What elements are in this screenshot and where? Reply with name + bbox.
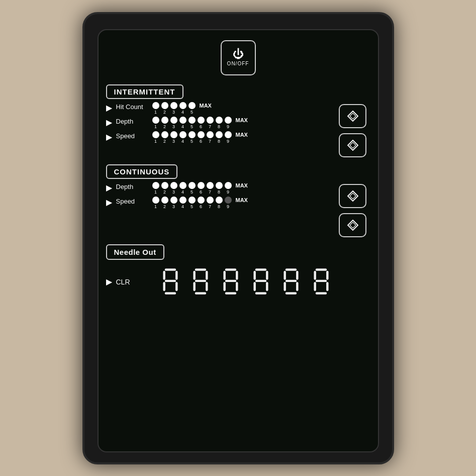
dot: [188, 197, 196, 204]
seg-svg: [309, 267, 333, 296]
seg-digit-1: [157, 267, 183, 296]
svg-rect-24: [236, 270, 238, 279]
dot: [179, 131, 186, 138]
num: 1: [152, 124, 159, 129]
intermittent-btns: [335, 102, 370, 157]
num: 7: [207, 139, 214, 144]
num: 9: [225, 124, 232, 129]
continuous-speed-dots-row: MAX: [152, 197, 335, 204]
intermittent-label: INTERMITTENT: [106, 84, 183, 99]
continuous-depth-max: MAX: [236, 182, 248, 188]
num: 2: [161, 204, 168, 209]
svg-rect-48: [326, 282, 328, 291]
power-button[interactable]: ⏻ ON/OFF: [221, 40, 256, 75]
num: 1: [152, 110, 159, 115]
dot: [188, 117, 196, 124]
num: 8: [216, 189, 223, 195]
dot: [152, 117, 159, 124]
svg-rect-10: [175, 270, 177, 279]
up-diamond-icon: [346, 189, 360, 203]
svg-rect-25: [225, 279, 236, 281]
svg-rect-23: [223, 270, 225, 279]
main-content: INTERMITTENT ▶ Hit Count: [106, 84, 370, 296]
dot: [161, 117, 168, 124]
intermittent-rows-and-btns: ▶ Hit Count MAX: [106, 102, 370, 157]
dot: [216, 197, 223, 204]
continuous-up-button[interactable]: [339, 184, 366, 208]
num: 1: [152, 139, 159, 144]
dot: [216, 182, 223, 189]
intermittent-depth-max: MAX: [236, 117, 248, 123]
seg-digit-2: [187, 267, 214, 296]
hit-count-nums: 1 2 3 4 5: [152, 110, 335, 115]
continuous-section: CONTINUOUS ▶ Depth: [106, 164, 370, 237]
intermittent-depth-dots-area: MAX 1 2 3 4 5 6 7 8: [152, 117, 335, 129]
dot: [225, 117, 232, 124]
num: 4: [179, 204, 186, 209]
svg-rect-35: [255, 292, 266, 294]
up-diamond-icon: [346, 109, 360, 123]
intermittent-rows: ▶ Hit Count MAX: [106, 102, 335, 157]
svg-marker-4: [348, 191, 358, 201]
continuous-down-button[interactable]: [339, 213, 366, 237]
dot: [152, 131, 159, 138]
svg-rect-45: [326, 270, 328, 279]
continuous-depth-label: Depth: [116, 183, 152, 191]
svg-marker-1: [350, 113, 356, 119]
dot: [179, 197, 186, 204]
intermittent-up-button[interactable]: [339, 104, 366, 128]
svg-rect-42: [285, 292, 296, 294]
intermittent-down-button[interactable]: [339, 133, 366, 157]
intermittent-speed-arrow[interactable]: ▶: [106, 132, 112, 142]
svg-marker-7: [350, 222, 356, 228]
svg-rect-34: [266, 282, 268, 291]
dot: [225, 197, 232, 204]
svg-rect-22: [225, 268, 236, 270]
svg-rect-44: [314, 270, 316, 279]
dot: [198, 182, 205, 189]
dot: [225, 131, 232, 138]
svg-rect-18: [195, 279, 206, 281]
dot: [188, 131, 196, 138]
dot: [198, 197, 205, 204]
svg-rect-12: [163, 282, 165, 291]
num: 7: [207, 204, 214, 209]
svg-rect-19: [193, 282, 195, 291]
seg-digit-3: [218, 267, 244, 296]
intermittent-speed-max: MAX: [236, 132, 248, 138]
hit-count-arrow[interactable]: ▶: [106, 103, 112, 113]
num: 5: [188, 204, 196, 209]
power-icon: ⏻: [233, 49, 244, 60]
dot: [161, 102, 168, 109]
seven-segment-display: [157, 267, 334, 296]
intermittent-section: INTERMITTENT ▶ Hit Count: [106, 84, 370, 157]
clr-arrow[interactable]: ▶: [106, 277, 112, 287]
intermittent-speed-dots-row: MAX: [152, 131, 335, 138]
svg-rect-49: [315, 292, 326, 294]
needle-out-button[interactable]: Needle Out: [106, 244, 164, 260]
continuous-speed-dots-area: MAX 1 2 3 4 5 6 7 8: [152, 197, 335, 209]
clr-label: CLR: [116, 278, 152, 286]
svg-rect-29: [255, 268, 266, 270]
continuous-depth-dots-row: MAX: [152, 182, 335, 189]
num: 8: [216, 139, 223, 144]
dot: [207, 117, 214, 124]
intermittent-speed-label: Speed: [116, 132, 152, 140]
svg-rect-33: [253, 282, 255, 291]
intermittent-depth-nums: 1 2 3 4 5 6 7 8 9: [152, 124, 335, 129]
svg-rect-20: [206, 282, 208, 291]
seg-svg: [158, 267, 182, 296]
num: 5: [188, 110, 196, 115]
num: 5: [188, 139, 196, 144]
dot: [207, 131, 214, 138]
continuous-depth-arrow[interactable]: ▶: [106, 183, 112, 193]
intermittent-depth-arrow[interactable]: ▶: [106, 118, 112, 127]
intermittent-depth-row: ▶ Depth: [106, 117, 335, 129]
num: 4: [179, 124, 186, 129]
continuous-depth-nums: 1 2 3 4 5 6 7 8 9: [152, 189, 335, 195]
continuous-speed-arrow[interactable]: ▶: [106, 198, 112, 207]
svg-rect-39: [285, 279, 296, 281]
continuous-speed-nums: 1 2 3 4 5 6 7 8 9: [152, 204, 335, 209]
seg-svg: [188, 267, 213, 296]
dot: [170, 182, 177, 189]
